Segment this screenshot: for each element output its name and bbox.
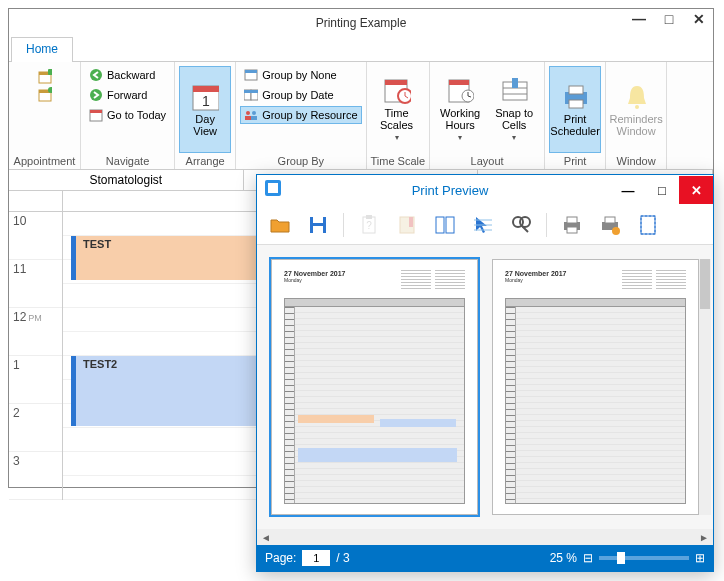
svg-rect-31 [512, 78, 518, 88]
svg-rect-58 [605, 217, 615, 223]
svg-rect-2 [48, 69, 52, 75]
preview-statusbar: Page: / 3 25 % ⊟ ⊞ [257, 545, 713, 571]
preview-title: Print Preview [289, 183, 611, 198]
chevron-down-icon: ▾ [395, 133, 399, 142]
group-label-arrange: Arrange [179, 153, 231, 169]
preview-page-2[interactable]: 27 November 2017Monday [492, 259, 699, 515]
group-none-icon [244, 68, 258, 82]
new-recurring-icon[interactable] [38, 88, 52, 102]
svg-rect-23 [385, 80, 407, 85]
group-label-timescale: Time Scale [371, 153, 426, 169]
printer-icon [561, 83, 589, 111]
svg-rect-60 [641, 216, 655, 234]
page-setup-icon[interactable] [635, 212, 661, 238]
page-input[interactable] [302, 550, 330, 566]
preview-close[interactable]: ✕ [679, 176, 713, 204]
open-icon[interactable] [267, 212, 293, 238]
zoom-label: 25 % [550, 551, 577, 565]
svg-rect-20 [245, 116, 251, 120]
snap-cells-button[interactable]: Snap to Cells▾ [488, 66, 540, 153]
zoom-out[interactable]: ⊟ [583, 551, 593, 565]
group-label-print: Print [549, 153, 601, 169]
forward-button[interactable]: Forward [85, 86, 170, 104]
svg-rect-9 [90, 110, 102, 113]
svg-point-19 [252, 111, 256, 115]
svg-rect-42 [366, 215, 372, 219]
svg-rect-55 [567, 217, 577, 223]
svg-point-53 [520, 217, 530, 227]
chevron-down-icon: ▾ [512, 133, 516, 142]
svg-point-6 [90, 69, 102, 81]
preview-titlebar: Print Preview — □ ✕ [257, 175, 713, 205]
preview-toolbar: ? [257, 205, 713, 245]
working-hours-button[interactable]: Working Hours▾ [434, 66, 486, 153]
svg-rect-14 [245, 70, 257, 73]
preview-page-1[interactable]: 27 November 2017Monday [271, 259, 478, 515]
group-resource-button[interactable]: Group by Resource [240, 106, 361, 124]
group-label-groupby: Group By [240, 153, 361, 169]
time-gutter: 10 11 12PM 1 2 3 4 [9, 212, 63, 500]
reminders-button: Reminders Window [610, 66, 662, 153]
svg-rect-11 [193, 86, 219, 92]
titlebar: Printing Example — □ ✕ [9, 9, 713, 37]
svg-point-7 [90, 89, 102, 101]
backward-button[interactable]: Backward [85, 66, 170, 84]
day-view-button[interactable]: 1 Day View [179, 66, 231, 153]
svg-rect-33 [569, 86, 583, 94]
preview-maximize[interactable]: □ [645, 176, 679, 204]
time-scales-icon [383, 77, 411, 105]
svg-rect-46 [436, 217, 444, 233]
print-scheduler-button[interactable]: Print Scheduler [549, 66, 601, 153]
group-date-button[interactable]: Group by Date [240, 86, 361, 104]
maximize-button[interactable]: □ [659, 11, 679, 27]
day-view-icon: 1 [191, 83, 219, 111]
preview-body[interactable]: 27 November 2017Monday 27 November 2017M… [257, 245, 713, 529]
find-icon[interactable] [508, 212, 534, 238]
minimize-button[interactable]: — [629, 11, 649, 27]
bell-icon [622, 83, 650, 111]
zoom-in[interactable]: ⊞ [695, 551, 705, 565]
back-icon [89, 68, 103, 82]
preview-scrollbar-v[interactable] [699, 259, 711, 515]
working-hours-icon [446, 77, 474, 105]
quick-print-icon[interactable] [597, 212, 623, 238]
page-total: / 3 [336, 551, 349, 565]
resource-col[interactable]: Stomatologist [9, 170, 244, 190]
svg-rect-37 [268, 183, 278, 193]
today-icon [89, 108, 103, 122]
preview-minimize[interactable]: — [611, 176, 645, 204]
clipboard-icon: ? [356, 212, 382, 238]
preview-app-icon [265, 180, 281, 200]
svg-rect-21 [251, 116, 257, 120]
close-button[interactable]: ✕ [689, 11, 709, 27]
group-label-appointment: Appointment [13, 153, 76, 169]
svg-rect-47 [446, 217, 454, 233]
snap-icon [500, 77, 528, 105]
time-scales-button[interactable]: Time Scales▾ [371, 66, 423, 153]
svg-rect-45 [409, 217, 413, 227]
group-date-icon [244, 88, 258, 102]
new-appointment-icon[interactable] [38, 70, 52, 84]
ribbon: Appointment Backward Forward Go to Today… [9, 62, 713, 170]
svg-point-18 [246, 111, 250, 115]
save-icon[interactable] [305, 212, 331, 238]
select-tool-icon[interactable] [470, 212, 496, 238]
print-icon[interactable] [559, 212, 585, 238]
group-none-button[interactable]: Group by None [240, 66, 361, 84]
window-title: Printing Example [316, 16, 407, 30]
tab-home[interactable]: Home [11, 37, 73, 62]
ribbon-tabs: Home [9, 37, 713, 62]
zoom-slider[interactable] [599, 556, 689, 560]
group-label-layout: Layout [434, 153, 540, 169]
preview-scrollbar-h[interactable]: ◄► [257, 529, 713, 545]
svg-point-35 [635, 105, 639, 109]
svg-rect-34 [569, 100, 583, 108]
bookmark-icon [394, 212, 420, 238]
two-page-icon[interactable] [432, 212, 458, 238]
group-label-window: Window [610, 153, 662, 169]
group-label-navigate: Navigate [85, 153, 170, 169]
svg-rect-26 [449, 80, 469, 85]
svg-rect-56 [567, 227, 577, 233]
chevron-down-icon: ▾ [458, 133, 462, 142]
today-button[interactable]: Go to Today [85, 106, 170, 124]
